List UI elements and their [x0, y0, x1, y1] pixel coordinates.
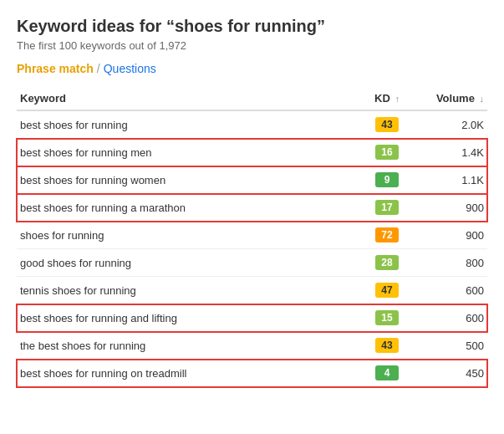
- col-keyword: Keyword: [17, 87, 354, 110]
- table-row: best shoes for running women91.1K: [17, 166, 487, 194]
- kd-badge: 47: [375, 283, 399, 298]
- kd-cell: 4: [354, 360, 420, 387]
- table-row: best shoes for running and lifting15600: [17, 304, 487, 332]
- table-row: the best shoes for running43500: [17, 332, 487, 360]
- col-volume[interactable]: Volume ↓: [420, 87, 487, 110]
- volume-cell: 600: [420, 277, 487, 304]
- table-row: shoes for running72900: [17, 222, 487, 249]
- kd-sort-icon: ↑: [395, 94, 400, 104]
- kd-cell: 16: [354, 139, 420, 166]
- table-body: best shoes for running432.0Kbest shoes f…: [17, 110, 487, 387]
- volume-cell: 600: [420, 304, 487, 332]
- tab-phrase-match[interactable]: Phrase match: [17, 62, 94, 75]
- keyword-cell: best shoes for running men: [17, 139, 354, 166]
- tab-questions[interactable]: Questions: [104, 62, 156, 75]
- table-row: best shoes for running432.0K: [17, 110, 487, 139]
- keyword-cell: tennis shoes for running: [17, 277, 354, 304]
- kd-cell: 28: [354, 249, 420, 277]
- table-row: best shoes for running on treadmill4450: [17, 360, 487, 387]
- table-row: tennis shoes for running47600: [17, 277, 487, 304]
- kd-badge: 16: [375, 145, 399, 160]
- keyword-cell: best shoes for running: [17, 110, 354, 139]
- kd-cell: 15: [354, 304, 420, 332]
- volume-cell: 1.1K: [420, 166, 487, 194]
- keyword-cell: shoes for running: [17, 222, 354, 249]
- table-row: good shoes for running28800: [17, 249, 487, 277]
- keyword-cell: the best shoes for running: [17, 332, 354, 360]
- volume-cell: 900: [420, 194, 487, 222]
- table-row: best shoes for running a marathon17900: [17, 194, 487, 222]
- kd-cell: 43: [354, 332, 420, 360]
- table-header-row: Keyword KD ↑ Volume ↓: [17, 87, 487, 110]
- table-row: best shoes for running men161.4K: [17, 139, 487, 166]
- kd-badge: 28: [375, 255, 399, 270]
- kd-cell: 72: [354, 222, 420, 249]
- kd-badge: 4: [375, 365, 399, 380]
- keyword-cell: best shoes for running women: [17, 166, 354, 194]
- volume-sort-icon: ↓: [480, 94, 485, 104]
- volume-cell: 450: [420, 360, 487, 387]
- kd-badge: 9: [375, 172, 399, 187]
- volume-cell: 500: [420, 332, 487, 360]
- tab-separator: /: [97, 62, 100, 75]
- kd-badge: 17: [375, 200, 399, 215]
- kd-badge: 43: [375, 117, 399, 132]
- kd-badge: 72: [375, 227, 399, 243]
- volume-cell: 800: [420, 249, 487, 277]
- keyword-cell: best shoes for running on treadmill: [17, 360, 354, 387]
- kd-cell: 43: [354, 110, 420, 139]
- kd-badge: 15: [375, 310, 399, 325]
- keyword-cell: best shoes for running and lifting: [17, 304, 354, 332]
- kd-badge: 43: [375, 338, 399, 353]
- keyword-table: Keyword KD ↑ Volume ↓ best shoes for run…: [17, 87, 487, 387]
- volume-cell: 900: [420, 222, 487, 249]
- volume-cell: 1.4K: [420, 139, 487, 166]
- tabs-bar: Phrase match / Questions: [17, 62, 487, 75]
- subtitle: The first 100 keywords out of 1,972: [17, 39, 487, 52]
- col-kd[interactable]: KD ↑: [354, 87, 420, 110]
- kd-cell: 17: [354, 194, 420, 222]
- keyword-cell: good shoes for running: [17, 249, 354, 277]
- keyword-cell: best shoes for running a marathon: [17, 194, 354, 222]
- volume-cell: 2.0K: [420, 110, 487, 139]
- kd-cell: 9: [354, 166, 420, 194]
- page-title: Keyword ideas for “shoes for running”: [17, 17, 487, 36]
- kd-cell: 47: [354, 277, 420, 304]
